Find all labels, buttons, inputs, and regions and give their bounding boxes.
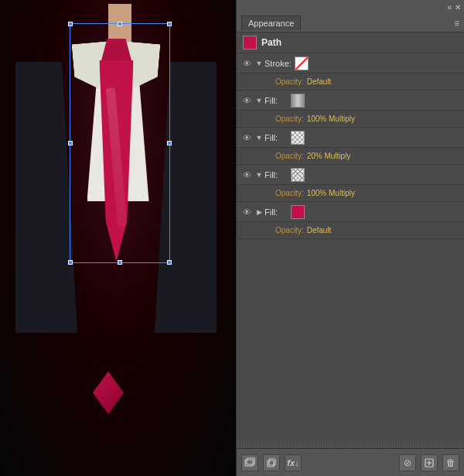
fill4-opacity-row: Opacity: Default: [237, 222, 464, 239]
fill4-opacity-label: Opacity:: [275, 226, 304, 235]
fill4-expand-icon[interactable]: ▶: [254, 207, 264, 217]
delete-button[interactable]: 🗑: [442, 454, 459, 471]
fill2-opacity-value[interactable]: 20% Multiply: [307, 152, 351, 160]
stroke-opacity-value[interactable]: Default: [307, 77, 332, 86]
stroke-swatch[interactable]: [295, 57, 309, 70]
fill-row-3: 👁 ▼ Fill:: [237, 165, 464, 185]
clear-button[interactable]: ⊘: [399, 454, 416, 471]
fill3-opacity-label: Opacity:: [275, 189, 304, 197]
fill-row-2: 👁 ▼ Fill:: [237, 128, 464, 148]
scrollbar[interactable]: [237, 442, 464, 448]
fill4-visibility-icon[interactable]: 👁: [240, 205, 254, 219]
panel-footer: fx↓ ⊘ 🗑: [237, 448, 464, 476]
panel-menu-icon[interactable]: ≡: [454, 18, 459, 29]
svg-rect-3: [269, 459, 275, 465]
fill1-label: Fill:: [264, 96, 288, 105]
stroke-visibility-icon[interactable]: 👁: [240, 57, 254, 70]
fill2-opacity-label: Opacity:: [275, 152, 304, 160]
handle-br: [167, 260, 172, 265]
duplicate-button[interactable]: [263, 454, 280, 471]
path-header: Path: [237, 33, 464, 53]
new-layer-button[interactable]: [241, 454, 258, 471]
rows-area: 👁 ▼ Stroke: Opacity: Default 👁 ▼ Fill: O…: [237, 53, 464, 442]
fill3-opacity-row: Opacity: 100% Multiply: [237, 185, 464, 202]
fill3-swatch[interactable]: [291, 168, 305, 182]
illustration-area: [0, 0, 236, 476]
fill3-visibility-icon[interactable]: 👁: [240, 168, 254, 182]
panel-header: Appearance ≡: [237, 14, 464, 33]
stroke-row: 👁 ▼ Stroke:: [237, 53, 464, 74]
handle-tm: [118, 22, 122, 26]
fill2-expand-icon[interactable]: ▼: [254, 132, 264, 143]
fill2-swatch[interactable]: [291, 131, 305, 145]
panel-topbar: « ✕: [237, 0, 464, 14]
fill4-swatch[interactable]: [291, 205, 305, 219]
path-label: Path: [261, 37, 281, 48]
fill3-label: Fill:: [264, 170, 288, 180]
handle-tr: [167, 22, 172, 26]
fill3-expand-icon[interactable]: ▼: [254, 170, 264, 180]
selection-handles: [70, 23, 170, 263]
fill-row-4: 👁 ▶ Fill:: [237, 202, 464, 222]
fill2-visibility-icon[interactable]: 👁: [240, 131, 254, 145]
svg-rect-2: [268, 461, 274, 467]
stroke-expand-icon[interactable]: ▼: [254, 58, 264, 69]
fill1-swatch[interactable]: [291, 94, 305, 108]
appearance-tab[interactable]: Appearance: [241, 15, 301, 30]
stroke-opacity-label: Opacity:: [275, 77, 304, 86]
fx-label: fx↓: [287, 458, 299, 467]
handle-tl: [68, 22, 73, 26]
close-icon[interactable]: ✕: [455, 3, 461, 12]
fill1-opacity-row: Opacity: 100% Multiply: [237, 111, 464, 128]
fill4-label: Fill:: [264, 207, 288, 217]
fx-button[interactable]: fx↓: [285, 454, 302, 471]
stroke-label: Stroke:: [264, 59, 292, 68]
handle-bl: [68, 260, 73, 265]
fill2-label: Fill:: [264, 133, 288, 142]
handle-ml: [68, 141, 73, 146]
duplicate2-button[interactable]: [421, 454, 438, 471]
handle-bm: [118, 260, 122, 265]
fill3-opacity-value[interactable]: 100% Multiply: [307, 189, 355, 197]
path-color-swatch[interactable]: [243, 36, 257, 50]
stroke-opacity-row: Opacity: Default: [237, 74, 464, 91]
handle-mr: [167, 141, 172, 146]
fill1-opacity-value[interactable]: 100% Multiply: [307, 115, 355, 123]
appearance-panel: « ✕ Appearance ≡ Path 👁 ▼ Stroke: Opacit…: [236, 0, 464, 476]
fill2-opacity-row: Opacity: 20% Multiply: [237, 148, 464, 165]
fill4-opacity-value[interactable]: Default: [307, 226, 332, 235]
fill1-opacity-label: Opacity:: [275, 115, 304, 123]
fill-row-1: 👁 ▼ Fill:: [237, 91, 464, 111]
collapse-icon[interactable]: «: [447, 3, 452, 12]
fill1-expand-icon[interactable]: ▼: [254, 95, 264, 106]
fill1-visibility-icon[interactable]: 👁: [240, 94, 254, 108]
